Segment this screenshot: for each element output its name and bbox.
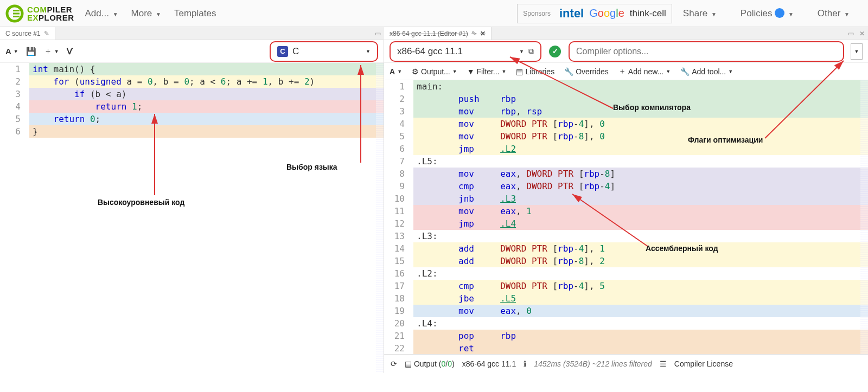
wrench-icon: 🔧 [680,67,690,76]
code-line[interactable]: add DWORD PTR [rbp-8], 2 [413,255,868,267]
addnew-button[interactable]: ＋ Add new...▼ [618,67,671,76]
line-number: 12 [384,217,405,230]
nav-add[interactable]: Add... ▼ [85,8,118,19]
add-button[interactable]: ＋▼ [44,46,59,56]
nav-other[interactable]: Other ▼ [818,8,850,19]
font-button[interactable]: A▼ [5,47,18,56]
code-line[interactable]: for (unsigned a = 0, b = 0; a < 6; a += … [29,75,384,88]
status-ok-icon: ✓ [549,46,561,57]
code-line[interactable]: add DWORD PTR [rbp-4], 1 [413,242,868,255]
code-line[interactable]: pop rbp [413,330,868,342]
nav-policies[interactable]: Policies ▼ [741,8,794,19]
code-line[interactable]: .L5: [413,155,868,168]
code-line[interactable]: .L4: [413,317,868,330]
code-line[interactable]: } [29,125,384,138]
svg-rect-3 [13,16,20,17]
right-tabs: x86-64 gcc 11.1 (Editor #1) ✎ ✕ ▭ ✕ [384,27,868,40]
code-line[interactable]: cmp eax, DWORD PTR [rbp-4] [413,180,868,192]
nav-share[interactable]: Share ▼ [683,8,717,19]
code-line[interactable]: ret [413,342,868,354]
language-select[interactable]: C C ▼ [270,41,378,62]
line-number: 21 [384,330,405,342]
code-line[interactable]: push rbp [413,93,868,105]
tab-source[interactable]: C source #1 ✎ [0,27,55,40]
filter-button[interactable]: ▼ Filter...▼ [467,67,507,76]
nav-more[interactable]: More ▼ [131,8,161,19]
bottom-compiler: x86-64 gcc 11.1 [462,359,516,368]
save-icon: 💾 [26,47,36,56]
save-button[interactable]: 💾 [26,47,36,56]
close-icon[interactable]: ✕ [480,30,486,37]
overrides-button[interactable]: 🔧 Overrides [564,67,609,76]
minimap[interactable] [376,63,384,373]
minimap[interactable] [860,80,868,354]
line-number: 2 [384,93,405,105]
code-line[interactable]: jnb .L3 [413,192,868,205]
logo-icon [5,4,24,23]
source-pane: A▼ 💾 ＋▼ Ѵ C C ▼ 123456 int main() { for … [0,40,384,373]
bell-icon [775,8,784,18]
pane-max-icon[interactable]: ▭ [846,30,856,37]
line-number: 1 [0,63,21,75]
code-line[interactable]: cmp DWORD PTR [rbp-4], 5 [413,280,868,292]
line-number: 8 [384,168,405,180]
pane-close-icon[interactable]: ✕ [856,30,868,37]
line-number: 16 [384,267,405,280]
asm-editor[interactable]: 12345678910111213141516171819202122 main… [384,80,868,354]
line-number: 7 [384,155,405,168]
logo[interactable]: COMPILER EXPLORER [5,4,74,23]
code-line[interactable]: mov eax, 0 [413,305,868,317]
code-line[interactable]: if (b < a) [29,88,384,100]
code-line[interactable]: mov eax, 1 [413,205,868,217]
source-editor[interactable]: 123456 int main() { for (unsigned a = 0,… [0,63,384,373]
code-line[interactable]: .L3: [413,230,868,242]
code-line[interactable]: mov eax, DWORD PTR [rbp-8] [413,168,868,180]
vim-button[interactable]: Ѵ [67,47,73,56]
line-number: 9 [384,180,405,192]
compiler-options-input[interactable] [569,41,844,62]
list-icon[interactable]: ☰ [660,359,667,368]
line-number: 6 [0,125,21,138]
libraries-button[interactable]: ▤ Libraries [516,67,554,76]
nav-templates[interactable]: Templates [174,8,216,19]
code-line[interactable]: mov DWORD PTR [rbp-4], 0 [413,118,868,130]
line-number: 13 [384,230,405,242]
pane-max-icon[interactable]: ▭ [372,30,384,37]
code-line[interactable]: .L2: [413,267,868,280]
info-icon[interactable]: ℹ [524,359,526,368]
code-line[interactable]: return 1; [29,100,384,113]
topbar: COMPILER EXPLORER Add... ▼ More ▼ Templa… [0,0,868,27]
compiler-select[interactable]: x86-64 gcc 11.1 ▼ ⧉ [390,41,541,62]
popout-icon[interactable]: ⧉ [528,47,534,56]
sponsors-box[interactable]: Sponsors intel Google think-cell [517,4,672,23]
edit-icon[interactable]: ✎ [44,30,49,37]
line-number: 3 [384,105,405,118]
bottombar: ⟳ ▤ Output (0/0) x86-64 gcc 11.1 ℹ 1452m… [384,354,868,373]
code-line[interactable]: int main() { [29,63,384,75]
addtool-button[interactable]: 🔧 Add tool...▼ [680,67,733,76]
refresh-icon[interactable]: ⟳ [391,359,397,368]
font-button[interactable]: A▼ [390,67,402,76]
edit-icon[interactable]: ✎ [471,30,477,37]
output-button[interactable]: ▤ Output (0/0) [405,359,455,368]
chevron-down-icon: ▼ [366,49,371,54]
language-label: C [292,46,361,57]
license-link[interactable]: Compiler License [674,359,733,368]
code-line[interactable]: mov rbp, rsp [413,105,868,118]
line-number: 4 [384,118,405,130]
line-number: 3 [0,88,21,100]
options-field[interactable] [576,47,837,56]
output-button[interactable]: ⚙ Output...▼ [412,67,457,76]
compiler-toolbar2: A▼ ⚙ Output...▼ ▼ Filter...▼ ▤ Libraries… [384,63,868,80]
line-number: 1 [384,80,405,93]
options-dropdown[interactable]: ▼ [851,43,863,60]
code-line[interactable]: jbe .L5 [413,292,868,305]
logo-text-2a: EX [27,13,39,22]
tab-compiler[interactable]: x86-64 gcc 11.1 (Editor #1) ✎ ✕ [384,27,492,40]
code-line[interactable]: jmp .L2 [413,143,868,155]
code-line[interactable]: main: [413,80,868,93]
code-line[interactable]: return 0; [29,113,384,125]
line-number: 20 [384,317,405,330]
code-line[interactable]: jmp .L4 [413,217,868,230]
code-line[interactable]: mov DWORD PTR [rbp-8], 0 [413,130,868,143]
